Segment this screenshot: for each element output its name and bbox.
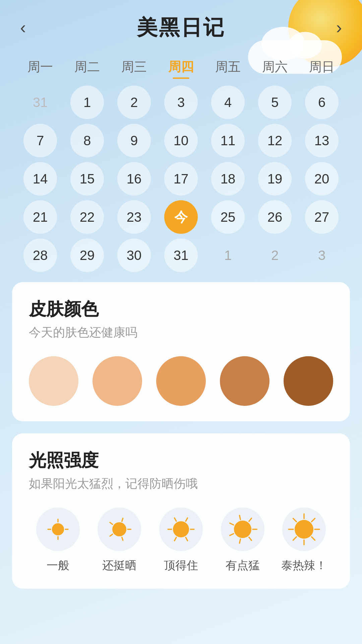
- day-cell[interactable]: 11: [204, 124, 251, 157]
- skin-color-option[interactable]: [220, 356, 269, 406]
- day-cell[interactable]: 31: [158, 238, 204, 272]
- svg-line-27: [312, 537, 315, 540]
- svg-line-20: [239, 539, 240, 543]
- day-number[interactable]: 17: [164, 162, 198, 196]
- day-number[interactable]: 23: [117, 200, 151, 234]
- day-cell[interactable]: 15: [64, 162, 111, 196]
- day-number[interactable]: 5: [258, 86, 292, 119]
- day-cell[interactable]: 9: [111, 124, 158, 157]
- day-cell[interactable]: 27: [298, 200, 345, 234]
- day-cell: 3: [298, 238, 345, 272]
- svg-point-10: [112, 522, 126, 536]
- day-number[interactable]: 3: [164, 86, 198, 119]
- day-number[interactable]: 7: [23, 124, 57, 157]
- day-number: 31: [23, 86, 57, 119]
- day-cell[interactable]: 2: [111, 86, 158, 119]
- day-cell[interactable]: 5: [251, 86, 298, 119]
- day-cell[interactable]: 今: [158, 200, 204, 234]
- day-number[interactable]: 15: [70, 162, 104, 196]
- day-number[interactable]: 12: [258, 124, 292, 157]
- day-number[interactable]: 11: [211, 124, 245, 157]
- skin-color-option[interactable]: [156, 356, 206, 406]
- day-cell[interactable]: 1: [64, 86, 111, 119]
- day-cell: 1: [204, 238, 251, 272]
- sun-intensity-option[interactable]: 泰热辣！: [275, 507, 333, 573]
- today-circle[interactable]: 今: [164, 200, 198, 234]
- day-number[interactable]: 19: [258, 162, 292, 196]
- day-cell[interactable]: 16: [111, 162, 158, 196]
- prev-month-button[interactable]: ‹: [13, 15, 33, 40]
- day-number[interactable]: 1: [70, 86, 104, 119]
- sun-intensity-card: 光照强度 如果阳光太猛烈，记得防晒伤哦 一般 还挺晒 顶得住 有点猛 泰热辣！: [12, 433, 350, 589]
- day-number[interactable]: 25: [211, 200, 245, 234]
- day-number[interactable]: 13: [305, 124, 339, 157]
- skin-color-options: [29, 356, 333, 406]
- day-cell: 31: [17, 86, 64, 119]
- day-number[interactable]: 14: [23, 162, 57, 196]
- svg-line-12: [186, 537, 188, 541]
- day-number[interactable]: 9: [117, 124, 151, 157]
- day-cell[interactable]: 22: [64, 200, 111, 234]
- day-number[interactable]: 8: [70, 124, 104, 157]
- sun-option-label: 还挺晒: [102, 558, 136, 573]
- sun-option-label: 有点猛: [226, 558, 260, 573]
- sun-option-label: 一般: [47, 558, 69, 573]
- day-cell[interactable]: 25: [204, 200, 251, 234]
- sun-intensity-option[interactable]: 有点猛: [214, 507, 272, 573]
- day-cell[interactable]: 14: [17, 162, 64, 196]
- skin-color-option[interactable]: [284, 356, 333, 406]
- sun-intensity-option[interactable]: 顶得住: [152, 507, 210, 573]
- sun-intensity-option[interactable]: 一般: [29, 507, 87, 573]
- day-number[interactable]: 20: [305, 162, 339, 196]
- day-number[interactable]: 2: [117, 86, 151, 119]
- svg-line-7: [110, 534, 113, 536]
- svg-line-24: [249, 518, 251, 522]
- day-number[interactable]: 21: [23, 200, 57, 234]
- day-cell[interactable]: 23: [111, 200, 158, 234]
- day-cell[interactable]: 19: [251, 162, 298, 196]
- day-cell[interactable]: 13: [298, 124, 345, 157]
- day-number[interactable]: 6: [305, 86, 339, 119]
- day-number[interactable]: 31: [164, 238, 198, 272]
- next-month-button[interactable]: ›: [329, 15, 349, 40]
- sun-icon: [41, 513, 75, 546]
- day-cell[interactable]: 4: [204, 86, 251, 119]
- day-cell[interactable]: 3: [158, 86, 204, 119]
- day-cell[interactable]: 10: [158, 124, 204, 157]
- day-number[interactable]: 29: [70, 238, 104, 272]
- svg-line-31: [293, 519, 297, 522]
- days-grid: 311234567891011121314151617181920212223今…: [17, 86, 345, 272]
- day-number[interactable]: 10: [164, 124, 198, 157]
- svg-point-4: [52, 523, 64, 535]
- day-cell[interactable]: 7: [17, 124, 64, 157]
- sun-intensity-title: 光照强度: [29, 449, 333, 472]
- sun-intensity-options: 一般 还挺晒 顶得住 有点猛 泰热辣！: [29, 507, 333, 573]
- sun-icon: [287, 513, 321, 546]
- day-number[interactable]: 30: [117, 238, 151, 272]
- skin-color-option[interactable]: [93, 356, 142, 406]
- day-cell[interactable]: 26: [251, 200, 298, 234]
- day-number[interactable]: 26: [258, 200, 292, 234]
- sun-icon: [164, 513, 198, 546]
- day-cell[interactable]: 28: [17, 238, 64, 272]
- day-cell[interactable]: 30: [111, 238, 158, 272]
- day-cell[interactable]: 17: [158, 162, 204, 196]
- day-number[interactable]: 27: [305, 200, 339, 234]
- skin-color-option[interactable]: [29, 356, 78, 406]
- sun-icon-bg: [221, 507, 264, 551]
- day-cell[interactable]: 29: [64, 238, 111, 272]
- sun-intensity-option[interactable]: 还挺晒: [90, 507, 149, 573]
- day-cell[interactable]: 20: [298, 162, 345, 196]
- day-number[interactable]: 22: [70, 200, 104, 234]
- day-cell[interactable]: 6: [298, 86, 345, 119]
- day-number[interactable]: 18: [211, 162, 245, 196]
- day-number[interactable]: 16: [117, 162, 151, 196]
- day-number[interactable]: 28: [23, 238, 57, 272]
- day-cell[interactable]: 18: [204, 162, 251, 196]
- day-cell[interactable]: 12: [251, 124, 298, 157]
- day-cell[interactable]: 21: [17, 200, 64, 234]
- day-number[interactable]: 4: [211, 86, 245, 119]
- day-number: 3: [305, 238, 339, 272]
- sun-icon-bg: [159, 507, 203, 551]
- day-cell[interactable]: 8: [64, 124, 111, 157]
